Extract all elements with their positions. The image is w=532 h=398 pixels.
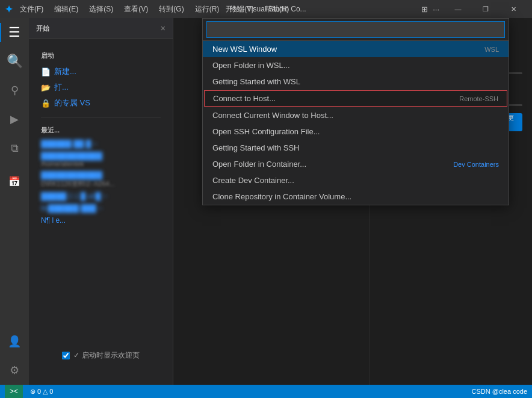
startup-label: 启动 (41, 51, 161, 60)
activity-search[interactable]: 🔍 (0, 47, 29, 76)
nil-item[interactable]: N¶ l e... (41, 216, 161, 225)
dropdown-item-getting-started-wsl[interactable]: Getting Started with WSL (203, 73, 509, 90)
dropdown-item-label: New WSL Window (212, 45, 277, 54)
startup-checkbox[interactable] (62, 352, 70, 359)
dropdown-item-label: Open Folder in Container... (212, 160, 306, 169)
window-controls: — ❐ ✕ (444, 0, 527, 18)
more-icon[interactable]: ··· (433, 5, 439, 14)
warning-icon: △ (43, 388, 48, 396)
divider (41, 117, 161, 117)
sidebar-close-button[interactable]: × (161, 23, 165, 33)
statusbar-right: CSDN @clea code (472, 388, 527, 395)
recent-item-2-name: ████████████ (41, 152, 161, 160)
window-title: 开始 - Visual Studio Co... (226, 4, 306, 14)
dropdown-item-label: Create Dev Container... (212, 176, 294, 185)
dropdown-item-clone-repo-container[interactable]: Clone Repository in Container Volume... (203, 188, 509, 205)
menu-file[interactable]: 文件(F) (15, 0, 48, 18)
command-input[interactable] (206, 21, 505, 38)
new-label: 新建... (54, 66, 76, 77)
dropdown-item-label: Clone Repository in Container Volume... (212, 192, 351, 201)
sidebar-panel: 开始 × 启动 📄 新建... 📂 打... 🔒 的专属 VS 最近... ██… (29, 18, 173, 385)
layout-buttons: ⊞ ··· (421, 5, 439, 14)
dropdown-item-badge-dev-containers: Dev Containers (453, 161, 499, 168)
dropdown-list: New WSL Window WSL Open Folder in WSL...… (203, 41, 509, 205)
dropdown-item-new-wsl-window[interactable]: New WSL Window WSL (203, 41, 509, 57)
source-control-icon: ⚲ (11, 85, 19, 96)
dropdown-item-create-dev-container[interactable]: Create Dev Container... (203, 172, 509, 188)
dropdown-item-label: Open SSH Configuration File... (212, 127, 320, 136)
new-action[interactable]: 📄 新建... (41, 66, 161, 77)
startup-checkbox-text: ✓ 启动时显示欢迎页 (73, 350, 139, 361)
search-icon: 🔍 (7, 55, 23, 68)
recent-item-5[interactable]: lin██████ ███ ~ (41, 204, 161, 213)
recent-item-1[interactable]: ██████ ██ █ ~ (41, 140, 161, 148)
recent-item-2[interactable]: ████████████ /home/alientek (41, 152, 161, 167)
open-label: 打... (54, 82, 69, 93)
statusbar-right-text: CSDN @clea code (472, 388, 527, 395)
menu-bar: 文件(F) 编辑(E) 选择(S) 查看(V) 转到(G) 运行(R) 终端(T… (15, 0, 421, 18)
menu-goto[interactable]: 转到(G) (154, 0, 188, 18)
new-icon: 📄 (41, 67, 51, 76)
dropdown-item-open-ssh-config[interactable]: Open SSH Configuration File... (203, 123, 509, 140)
vscode-icon: ✦ (5, 4, 13, 15)
menu-view[interactable]: 查看(V) (119, 0, 153, 18)
recent-item-2-path: /home/alientek (41, 160, 161, 167)
extensions-icon: ⧉ (11, 143, 19, 154)
startup-checkbox-area: ✓ 启动时显示欢迎页 (29, 350, 173, 361)
dropdown-item-label: Connect to Host... (213, 94, 276, 103)
menu-edit[interactable]: 编辑(E) (49, 0, 83, 18)
statusbar: >< ⊗ 0 △ 0 CSDN @clea code (0, 385, 532, 398)
open-icon: 📂 (41, 83, 51, 92)
minimize-button[interactable]: — (444, 0, 472, 18)
activity-explorer[interactable]: ☰ (0, 18, 29, 47)
remote-indicator-icon: >< (10, 387, 18, 396)
debug-icon: ▶ (10, 114, 19, 125)
recent-item-3[interactable]: ████████████ D\RK1126资料\2--h264... (41, 171, 161, 188)
activity-bottom: 👤 ⚙ (0, 327, 29, 385)
activity-settings[interactable]: ⚙ (0, 356, 29, 385)
sidebar-tab: 开始 × (29, 18, 173, 39)
activity-source-control[interactable]: ⚲ (0, 76, 29, 105)
recent-label: 最近... (41, 126, 161, 135)
exclusive-label: 的专属 VS (54, 98, 90, 108)
menu-select[interactable]: 选择(S) (84, 0, 118, 18)
dropdown-item-connect-current-window[interactable]: Connect Current Window to Host... (203, 107, 509, 123)
activity-extensions[interactable]: ⧉ (0, 134, 29, 163)
editor-area: New WSL Window WSL Open Folder in WSL...… (173, 18, 370, 385)
dropdown-item-badge-wsl: WSL (484, 46, 499, 53)
exclusive-action[interactable]: 🔒 的专属 VS (41, 98, 161, 108)
recent-item-3-name: ████████████ (41, 171, 161, 179)
explorer-icon: ☰ (8, 26, 20, 39)
dropdown-item-label: Getting Started with SSH (212, 143, 300, 152)
maximize-button[interactable]: ❐ (472, 0, 500, 18)
activity-account[interactable]: 👤 (0, 327, 29, 356)
statusbar-errors[interactable]: ⊗ 0 △ 0 (28, 385, 55, 398)
startup-checkbox-label[interactable]: ✓ 启动时显示欢迎页 (29, 350, 173, 361)
menu-run[interactable]: 运行(R) (190, 0, 224, 18)
remote-indicator[interactable]: >< (5, 385, 23, 398)
activity-bar: ☰ 🔍 ⚲ ▶ ⧉ 📅 👤 ⚙ (0, 18, 29, 385)
dropdown-item-badge-remote-ssh: Remote-SSH (459, 95, 498, 102)
split-editor-icon[interactable]: ⊞ (421, 5, 428, 14)
close-button[interactable]: ✕ (500, 0, 527, 18)
dropdown-item-open-folder-container[interactable]: Open Folder in Container... Dev Containe… (203, 156, 509, 172)
open-action[interactable]: 📂 打... (41, 82, 161, 93)
error-icon: ⊗ (30, 388, 36, 396)
dropdown-item-getting-started-ssh[interactable]: Getting Started with SSH (203, 140, 509, 156)
recent-item-1-name: ██████ ██ █ ~ (41, 140, 161, 148)
dropdown-item-connect-to-host[interactable]: Connect to Host... Remote-SSH (204, 90, 507, 107)
sidebar-tab-title: 开始 (36, 24, 49, 33)
warning-count: 0 (49, 388, 53, 395)
recent-item-4[interactable]: █████ 2.1 █ a0█ ~ (41, 192, 161, 201)
recent-item-5-name: lin██████ ███ ~ (41, 204, 161, 213)
main-layout: ☰ 🔍 ⚲ ▶ ⧉ 📅 👤 ⚙ 开始 × (0, 18, 532, 385)
titlebar: ✦ 文件(F) 编辑(E) 选择(S) 查看(V) 转到(G) 运行(R) 终端… (0, 0, 532, 18)
statusbar-left: >< ⊗ 0 △ 0 (5, 385, 55, 398)
recent-item-3-path: D\RK1126资料\2--h264... (41, 179, 161, 188)
dropdown-item-label: Getting Started with WSL (212, 77, 300, 86)
activity-remote[interactable]: 📅 (0, 167, 29, 196)
account-icon: 👤 (8, 336, 21, 347)
dropdown-item-open-folder-wsl[interactable]: Open Folder in WSL... (203, 57, 509, 73)
activity-debug[interactable]: ▶ (0, 105, 29, 134)
recent-item-4-name: █████ 2.1 █ a0█ ~ (41, 192, 161, 201)
